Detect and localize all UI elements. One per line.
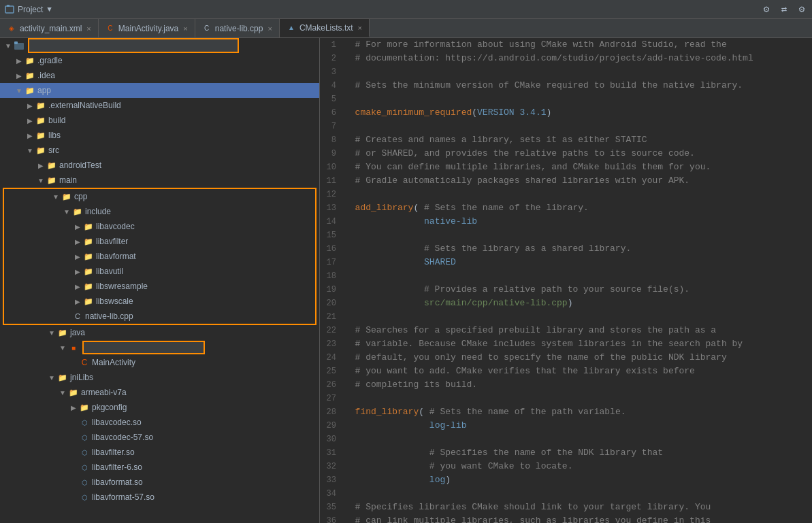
settings-icon[interactable]: ⚙: [760, 3, 773, 16]
sidebar-item-libavformat-so[interactable]: ▶ ⬡ libavformat.so: [0, 475, 319, 490]
line-content: # variable. Because CMake includes syste…: [344, 337, 743, 351]
code-editor[interactable]: 1 # For more information about using CMa…: [320, 38, 812, 523]
sidebar-item-pkgconfig[interactable]: ▶ 📁 pkgconfig: [0, 400, 319, 415]
so-file-icon-5: ⬡: [79, 477, 90, 488]
sidebar-item-jnilibs[interactable]: ▼ 📁 jniLibs: [0, 370, 319, 385]
sidebar-item-main[interactable]: ▼ 📁 main: [0, 173, 319, 188]
sidebar-item-libavcodec[interactable]: ▶ 📁 libavcodec: [4, 219, 315, 234]
java-class-icon: C: [79, 357, 90, 368]
line-content: # Specifies the name of the NDK library …: [344, 446, 663, 460]
sidebar-item-nativelib-cpp[interactable]: ▶ C native-lib.cpp: [4, 309, 315, 324]
arrow-pkgconfig: ▶: [68, 404, 79, 411]
line-number: 20: [320, 297, 344, 310]
arrow-libavformat: ▶: [72, 253, 83, 260]
tab-close-cmake[interactable]: ×: [358, 24, 362, 32]
sidebar-item-gradle[interactable]: ▶ 📁 .gradle: [0, 53, 319, 68]
arrow-libswscale: ▶: [72, 298, 83, 305]
line-content: add_library( # Sets the name of the libr…: [344, 201, 589, 215]
sidebar-item-libavutil[interactable]: ▶ 📁 libavutil: [4, 264, 315, 279]
sidebar-item-libavfilter6-so[interactable]: ▶ ⬡ libavfilter-6.so: [0, 460, 319, 475]
line-number: 7: [320, 120, 344, 133]
line-number: 22: [320, 324, 344, 337]
arrow-jnilibs: ▼: [46, 374, 57, 382]
tab-native-lib[interactable]: C native-lib.cpp ×: [195, 19, 280, 37]
sidebar-item-libavfilter-so[interactable]: ▶ ⬡ libavfilter.so: [0, 445, 319, 460]
code-line-7: 7: [320, 120, 812, 133]
label-libavcodec: libavcodec: [96, 222, 135, 231]
sidebar-item-androidtest[interactable]: ▶ 📁 androidTest: [0, 158, 319, 173]
tab-activity-main[interactable]: ◈ activity_main.xml ×: [0, 19, 99, 37]
code-line-32: 32 # you want CMake to locate.: [320, 460, 812, 473]
label-app: app: [37, 86, 51, 95]
line-number: 14: [320, 215, 344, 229]
sidebar: ▼ ▶ 📁 .gradle ▶ 📁 .idea ▼ 📁 app ▶ 📁: [0, 38, 320, 523]
sidebar-item-package[interactable]: ▼ ■: [0, 340, 319, 355]
line-number: 19: [320, 283, 344, 297]
code-line-22: 22 # Searches for a specified prebuilt l…: [320, 324, 812, 337]
line-content: src/main/cpp/native-lib.cpp): [344, 297, 572, 310]
sidebar-item-externalnativebuild[interactable]: ▶ 📁 .externalNativeBuild: [0, 98, 319, 113]
sidebar-item-build[interactable]: ▶ 📁 build: [0, 113, 319, 128]
line-number: 28: [320, 405, 344, 419]
code-line-21: 21: [320, 310, 812, 324]
folder-icon-app: 📁: [25, 85, 35, 96]
label-mainactivity: MainActivity: [92, 358, 135, 367]
folder-icon-java: 📁: [57, 327, 68, 338]
label-libavformat: libavformat: [96, 252, 136, 261]
sidebar-item-project-root[interactable]: ▼: [0, 38, 319, 53]
code-line-25: 25 # you want to add. CMake verifies tha…: [320, 365, 812, 378]
label-libavfilter-so: libavfilter.so: [92, 448, 135, 457]
sidebar-item-mainactivity[interactable]: ▶ C MainActivity: [0, 355, 319, 370]
tab-close-main-activity[interactable]: ×: [183, 24, 187, 33]
sidebar-item-libswscale[interactable]: ▶ 📁 libswscale: [4, 294, 315, 309]
sidebar-item-idea[interactable]: ▶ 📁 .idea: [0, 68, 319, 83]
project-search-input[interactable]: [28, 38, 239, 53]
sidebar-item-libavformat57-so[interactable]: ▶ ⬡ libavformat-57.so: [0, 490, 319, 505]
tab-main-activity[interactable]: C MainActivity.java ×: [99, 19, 195, 37]
line-number: 23: [320, 337, 344, 351]
sidebar-item-libavformat[interactable]: ▶ 📁 libavformat: [4, 249, 315, 264]
label-libswresample: libswresample: [96, 282, 148, 291]
folder-icon-ext: 📁: [35, 100, 46, 111]
tab-close-native-lib[interactable]: ×: [267, 24, 272, 33]
sidebar-item-app[interactable]: ▼ 📁 app: [0, 83, 319, 98]
sidebar-item-cpp[interactable]: ▼ 📁 cpp: [4, 189, 315, 204]
code-line-11: 11 # Gradle automatically packages share…: [320, 174, 812, 188]
arrow-cpp: ▼: [50, 193, 61, 201]
so-file-icon-2: ⬡: [79, 432, 90, 443]
arrow-libavutil: ▶: [72, 268, 83, 275]
folder-icon-libavutil: 📁: [83, 266, 94, 277]
code-line-16: 16 # Sets the library as a shared librar…: [320, 242, 812, 256]
sidebar-item-src[interactable]: ▼ 📁 src: [0, 143, 319, 158]
arrow-libavfilter: ▶: [72, 238, 83, 246]
arrow-project: ▼: [3, 42, 14, 50]
dropdown-arrow[interactable]: ▼: [47, 5, 52, 14]
sidebar-item-libavcodec57-so[interactable]: ▶ ⬡ libavcodec-57.so: [0, 430, 319, 445]
sidebar-item-libs[interactable]: ▶ 📁 libs: [0, 128, 319, 143]
folder-icon-include: 📁: [72, 206, 83, 217]
code-line-31: 31 # Specifies the name of the NDK libra…: [320, 446, 812, 460]
tab-cmake[interactable]: ▲ CMakeLists.txt ×: [280, 19, 370, 37]
package-search-input[interactable]: [82, 341, 205, 354]
sidebar-item-libavcodec-so[interactable]: ▶ ⬡ libavcodec.so: [0, 415, 319, 430]
tab-close-activity-main[interactable]: ×: [86, 24, 91, 33]
label-ext: .externalNativeBuild: [48, 101, 121, 110]
folder-icon-main: 📁: [46, 175, 57, 186]
sync-icon[interactable]: ⇄: [778, 3, 790, 16]
cpp-icon: C: [202, 24, 212, 33]
folder-icon-build: 📁: [35, 115, 46, 126]
sidebar-item-libswresample[interactable]: ▶ 📁 libswresample: [4, 279, 315, 294]
code-line-23: 23 # variable. Because CMake includes sy…: [320, 337, 812, 351]
code-line-10: 10 # You can define multiple libraries, …: [320, 161, 812, 174]
folder-icon-jnilibs: 📁: [57, 372, 68, 383]
sidebar-item-java[interactable]: ▼ 📁 java: [0, 325, 319, 340]
code-line-19: 19 # Provides a relative path to your so…: [320, 283, 812, 297]
sidebar-item-armeabi[interactable]: ▼ 📁 armeabi-v7a: [0, 385, 319, 400]
line-number: 32: [320, 460, 344, 473]
code-line-30: 30: [320, 433, 812, 446]
code-line-29: 29 log-lib: [320, 419, 812, 433]
gear-icon[interactable]: ⚙: [796, 3, 808, 16]
sidebar-item-include[interactable]: ▼ 📁 include: [4, 204, 315, 219]
sidebar-item-libavfilter[interactable]: ▶ 📁 libavfilter: [4, 234, 315, 249]
line-content: # Sets the library as a shared library.: [344, 242, 631, 256]
